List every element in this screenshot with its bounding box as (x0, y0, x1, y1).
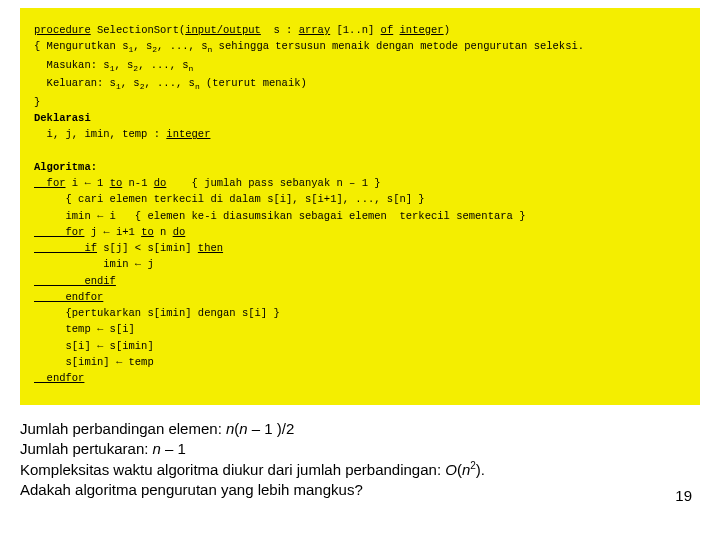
code-block: procedure SelectionSort(input/output s :… (20, 8, 700, 405)
note-line-2: Jumlah pertukaran: n – 1 (20, 439, 700, 459)
kw-procedure: procedure (34, 24, 91, 36)
page-number: 19 (675, 487, 692, 504)
note-line-4: Adakah algoritma pengurutan yang lebih m… (20, 480, 700, 500)
note-line-3: Kompleksitas waktu algoritma diukur dari… (20, 459, 700, 480)
slide: procedure SelectionSort(input/output s :… (0, 0, 720, 540)
kw-deklarasi: Deklarasi (34, 112, 91, 124)
kw-algoritma: Algoritma: (34, 161, 97, 173)
note-line-1: Jumlah perbandingan elemen: n(n – 1 )/2 (20, 419, 700, 439)
kw-io: input/output (185, 24, 261, 36)
notes-paragraph: Jumlah perbandingan elemen: n(n – 1 )/2 … (20, 419, 700, 501)
